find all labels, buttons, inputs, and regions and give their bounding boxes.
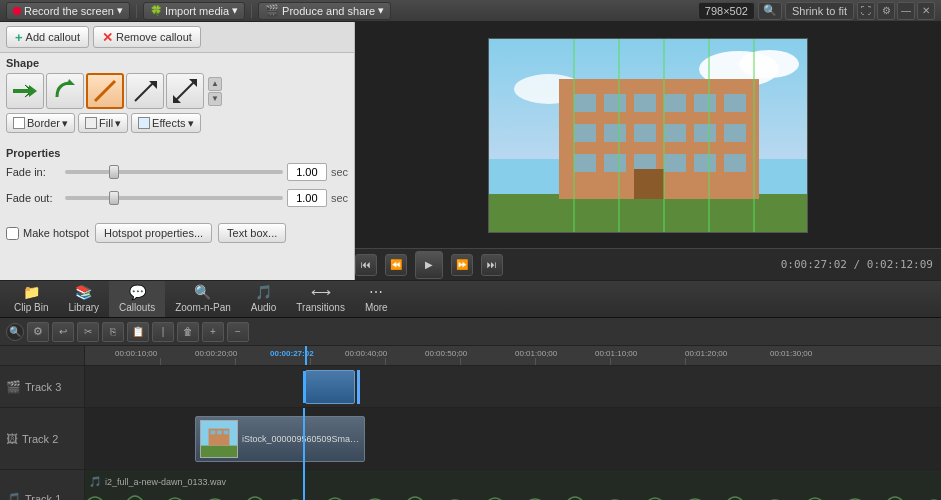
effects-dropdown[interactable]: ▾ [188, 117, 194, 130]
effects-button[interactable]: Effects ▾ [131, 113, 200, 133]
fade-out-thumb[interactable] [109, 191, 119, 205]
fill-button[interactable]: Fill ▾ [78, 113, 128, 133]
remove-icon: ✕ [102, 30, 113, 45]
skip-to-start-button[interactable]: ⏮ [355, 254, 377, 276]
shape-scroll-down[interactable]: ▼ [208, 92, 222, 106]
fade-in-slider[interactable] [65, 170, 283, 174]
svg-rect-19 [664, 94, 686, 112]
playhead-track2 [303, 408, 305, 470]
tab-zoom-n-pan[interactable]: 🔍 Zoom-n-Pan [165, 281, 241, 317]
timeline-delete[interactable]: 🗑 [177, 322, 199, 342]
ruler: 00:00:10;00 00:00:20;00 00:00:27:02 00:0… [85, 346, 941, 366]
record-dropdown-icon[interactable]: ▾ [117, 4, 123, 17]
top-right-controls: 798×502 🔍 Shrink to fit ⛶ ⚙ — ✕ [698, 2, 935, 20]
fade-out-input[interactable] [287, 189, 327, 207]
svg-rect-31 [664, 154, 686, 172]
tab-more[interactable]: ⋯ More [355, 281, 398, 317]
minimize-icon[interactable]: — [897, 2, 915, 20]
remove-callout-button[interactable]: ✕ Remove callout [93, 26, 201, 48]
tab-more-label: More [365, 302, 388, 313]
timeline-settings[interactable]: ⚙ [27, 322, 49, 342]
shape-curved-arrow[interactable] [46, 73, 84, 109]
ruler-label-4: 00:00:50;00 [425, 349, 467, 358]
close-icon[interactable]: ✕ [917, 2, 935, 20]
step-forward-button[interactable]: ⏩ [451, 254, 473, 276]
tab-callouts-label: Callouts [119, 302, 155, 313]
audio-clip-name: i2_full_a-new-dawn_0133.wav [105, 477, 226, 487]
track3-clip-2[interactable] [357, 370, 360, 404]
hotspot-row: Make hotspot Hotspot properties... Text … [0, 219, 354, 247]
import-dropdown-icon[interactable]: ▾ [232, 4, 238, 17]
record-label: Record the screen [24, 5, 114, 17]
timeline-split[interactable]: | [152, 322, 174, 342]
fade-out-slider[interactable] [65, 196, 283, 200]
magnify-button[interactable]: 🔍 [758, 2, 782, 20]
svg-rect-27 [724, 124, 746, 142]
style-toolbar: Border ▾ Fill ▾ Effects ▾ [6, 113, 348, 133]
timeline-cut[interactable]: ✂ [77, 322, 99, 342]
playhead-track1 [303, 470, 305, 500]
effects-label: Effects [152, 117, 185, 129]
svg-rect-24 [634, 124, 656, 142]
tab-library[interactable]: 📚 Library [58, 281, 109, 317]
right-panel: ⏮ ⏪ ▶ ⏩ ⏭ 0:00:27:02 / 0:02:12:09 [355, 22, 941, 280]
make-hotspot-label: Make hotspot [23, 227, 89, 239]
skip-to-end-button[interactable]: ⏭ [481, 254, 503, 276]
svg-rect-25 [664, 124, 686, 142]
timeline-paste[interactable]: 📋 [127, 322, 149, 342]
timeline-zoom-out[interactable]: − [227, 322, 249, 342]
produce-button[interactable]: 🎬 Produce and share ▾ [258, 2, 391, 20]
hotspot-properties-button[interactable]: Hotspot properties... [95, 223, 212, 243]
shrink-to-fit-button[interactable]: Shrink to fit [785, 2, 854, 20]
step-back-button[interactable]: ⏪ [385, 254, 407, 276]
fade-in-thumb[interactable] [109, 165, 119, 179]
play-button[interactable]: ▶ [415, 251, 443, 279]
tab-clip-bin-label: Clip Bin [14, 302, 48, 313]
tab-audio[interactable]: 🎵 Audio [241, 281, 287, 317]
svg-rect-18 [634, 94, 656, 112]
audio-track-bg: 🎵 i2_full_a-new-dawn_0133.wav [85, 470, 941, 500]
svg-rect-16 [574, 94, 596, 112]
add-callout-button[interactable]: + Add callout [6, 26, 89, 48]
timeline-undo[interactable]: ↩ [52, 322, 74, 342]
effects-swatch [138, 117, 150, 129]
fade-in-row: Fade in: sec [6, 163, 348, 181]
shape-angled-arrow[interactable] [126, 73, 164, 109]
svg-rect-33 [724, 154, 746, 172]
current-time: 0:00:27:02 [781, 258, 847, 271]
import-icon: 🍀 [150, 5, 162, 16]
text-box-button[interactable]: Text box... [218, 223, 286, 243]
fade-in-input[interactable] [287, 163, 327, 181]
divider-2 [251, 4, 252, 18]
fill-dropdown[interactable]: ▾ [115, 117, 121, 130]
import-button[interactable]: 🍀 Import media ▾ [143, 2, 245, 20]
track3-clip-1[interactable] [305, 370, 355, 404]
timeline-search[interactable]: 🔍 [6, 323, 24, 341]
produce-dropdown-icon[interactable]: ▾ [378, 4, 384, 17]
tab-callouts[interactable]: 💬 Callouts [109, 281, 165, 317]
svg-rect-44 [217, 430, 222, 434]
track-row-1: 🎵 i2_full_a-new-dawn_0133.wav [85, 470, 941, 500]
svg-rect-23 [604, 124, 626, 142]
border-dropdown[interactable]: ▾ [62, 117, 68, 130]
remove-callout-label: Remove callout [116, 31, 192, 43]
svg-marker-2 [67, 79, 75, 85]
record-button[interactable]: Record the screen ▾ [6, 2, 130, 20]
timeline-copy[interactable]: ⎘ [102, 322, 124, 342]
shape-arrow-right[interactable] [6, 73, 44, 109]
svg-rect-17 [604, 94, 626, 112]
fullscreen-icon[interactable]: ⛶ [857, 2, 875, 20]
make-hotspot-checkbox[interactable] [6, 227, 19, 240]
track-2-icon: 🖼 [6, 432, 18, 446]
ruler-tick [610, 358, 611, 366]
audio-clip-label: 🎵 i2_full_a-new-dawn_0133.wav [89, 476, 226, 487]
shape-double-arrow[interactable] [166, 73, 204, 109]
shape-scroll-up[interactable]: ▲ [208, 77, 222, 91]
border-button[interactable]: Border ▾ [6, 113, 75, 133]
shape-diagonal-line[interactable] [86, 73, 124, 109]
track2-image-clip[interactable]: iStock_000009560509Small.jpg [195, 416, 365, 462]
settings-icon[interactable]: ⚙ [877, 2, 895, 20]
tab-transitions[interactable]: ⟷ Transitions [286, 281, 355, 317]
timeline-zoom-in[interactable]: + [202, 322, 224, 342]
tab-clip-bin[interactable]: 📁 Clip Bin [4, 281, 58, 317]
